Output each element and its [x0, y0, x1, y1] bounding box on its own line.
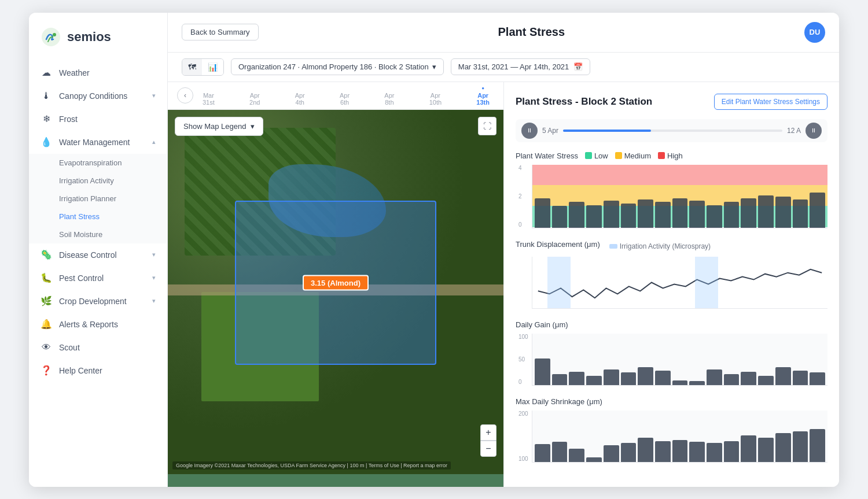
edit-plant-stress-settings-button[interactable]: Edit Plant Water Stress Settings	[714, 94, 827, 110]
sidebar-item-disease[interactable]: 🦠 Disease Control ▾	[29, 243, 167, 267]
max-shrinkage-bar	[810, 429, 825, 462]
weather-icon: ☁	[41, 67, 52, 79]
y-label-50: 50	[518, 356, 528, 363]
timeline-date-0[interactable]: Mar31st	[203, 92, 215, 106]
daily-gain-bar	[621, 372, 637, 385]
plant-water-stress-label: Plant Water Stress	[516, 151, 578, 160]
plant-stress-bar	[810, 193, 825, 227]
daily-gain-bar	[638, 367, 653, 385]
daily-gain-bar	[775, 367, 791, 385]
legend-medium-dot	[615, 152, 622, 159]
sidebar-item-alerts[interactable]: 🔔 Alerts & Reports	[29, 313, 167, 336]
back-to-summary-button[interactable]: Back to Summary	[182, 24, 259, 40]
sidebar-item-label: Canopy Conditions	[59, 91, 127, 101]
map-container[interactable]: 3.15 (Almond) Show Map Legend ▾ ⛶ + −	[168, 110, 503, 474]
playback-progress	[563, 130, 651, 132]
plant-stress-bar	[775, 197, 791, 228]
max-shrinkage-bar	[535, 444, 550, 461]
map-area: ‹ Mar31st Apr2nd Apr4th Apr6th Apr8th Ap…	[168, 82, 503, 487]
subnav-evapotranspiration[interactable]: Evapotranspiration	[29, 154, 167, 172]
legend-medium-label: Medium	[624, 151, 651, 160]
timeline-date-5[interactable]: Apr10th	[429, 92, 442, 106]
max-shrinkage-bar	[552, 442, 568, 461]
sidebar: semios ☁ Weather 🌡 Canopy Conditions ▾ ❄…	[29, 13, 168, 487]
show-map-legend-button[interactable]: Show Map Legend ▾	[175, 117, 263, 136]
plant-stress-bar	[638, 199, 653, 227]
timeline-nav-back[interactable]: ‹	[177, 87, 193, 104]
daily-gain-bar	[810, 372, 825, 385]
max-shrinkage-bar	[741, 435, 756, 461]
chevron-down-icon: ▾	[251, 122, 255, 131]
date-range-picker[interactable]: Mar 31st, 2021 — Apr 14th, 2021 📅	[451, 58, 591, 75]
max-shrinkage-bar	[638, 438, 653, 462]
sidebar-item-weather[interactable]: ☁ Weather	[29, 61, 167, 84]
daily-gain-bar	[793, 371, 808, 385]
sidebar-item-pest[interactable]: 🐛 Pest Control ▾	[29, 267, 167, 290]
map-zoom-controls: + −	[480, 424, 496, 457]
daily-gain-bars-container	[532, 334, 827, 385]
sidebar-item-scout[interactable]: 👁 Scout	[29, 336, 167, 359]
legend-medium: Medium	[615, 151, 651, 160]
timeline-date-1[interactable]: Apr2nd	[249, 92, 260, 106]
sidebar-item-frost[interactable]: ❄ Frost	[29, 108, 167, 131]
plant-stress-bar	[672, 198, 688, 228]
max-shrinkage-bar	[604, 445, 619, 461]
irrigation-legend-label: Irrigation Activity (Microspray)	[620, 242, 711, 250]
timeline-date-6[interactable]: Apr13th	[476, 86, 490, 106]
timeline-date-4[interactable]: Apr8th	[384, 92, 394, 106]
subnav-soil-moisture[interactable]: Soil Moisture	[29, 226, 167, 243]
trunk-displacement-line-chart: 4000 3750 3500	[532, 257, 827, 309]
plant-stress-bar	[707, 205, 722, 228]
timeline-date-3[interactable]: Apr6th	[340, 92, 350, 106]
timeline-date-2[interactable]: Apr4th	[295, 92, 305, 106]
svg-point-1	[53, 33, 56, 36]
irrigation-highlight-1	[547, 257, 571, 308]
plant-stress-bar	[758, 195, 774, 228]
sidebar-item-label: Help Center	[59, 366, 102, 375]
sidebar-item-label: Crop Development	[59, 297, 127, 306]
map-fullscreen-button[interactable]: ⛶	[478, 117, 496, 135]
map-zoom-in-button[interactable]: +	[480, 424, 496, 441]
y-label-2: 2	[518, 193, 522, 199]
chevron-down-icon: ▾	[152, 92, 156, 99]
pause-button[interactable]: ⏸	[806, 123, 822, 139]
body-split: ‹ Mar31st Apr2nd Apr4th Apr6th Apr8th Ap…	[168, 82, 839, 487]
user-avatar[interactable]: DU	[804, 22, 825, 43]
sidebar-item-water[interactable]: 💧 Water Management ▴	[29, 131, 167, 154]
chart-view-button[interactable]: 📊	[202, 59, 223, 75]
play-button[interactable]: ⏸	[521, 123, 538, 139]
chart-panel: Plant Stress - Block 2 Station Edit Plan…	[503, 82, 839, 487]
y-label-200: 200	[518, 411, 528, 417]
calendar-icon: 📅	[573, 62, 583, 71]
chart-panel-header: Plant Stress - Block 2 Station Edit Plan…	[516, 94, 827, 110]
thermometer-icon: 🌡	[41, 90, 52, 102]
daily-gain-y-labels: 100 50 0	[518, 334, 528, 385]
legend-high-dot	[658, 152, 665, 159]
plant-stress-bar	[655, 202, 671, 227]
sidebar-item-crop[interactable]: 🌿 Crop Development ▾	[29, 290, 167, 313]
water-subnav: Evapotranspiration Irrigation Activity I…	[29, 154, 167, 243]
max-shrinkage-bar	[586, 457, 602, 462]
toolbar: 🗺 📊 Organization 247 · Almond Property 1…	[168, 53, 839, 82]
trunk-displacement-section: Trunk Displacement (μm) Irrigation Activ…	[516, 240, 827, 309]
daily-gain-bar	[586, 376, 602, 385]
legend-low-dot	[585, 152, 592, 159]
field-label: 3.15 (Almond)	[303, 275, 369, 290]
map-zoom-out-button[interactable]: −	[480, 441, 496, 457]
trunk-displacement-legend: Trunk Displacement (μm) Irrigation Activ…	[516, 240, 827, 253]
map-view-button[interactable]: 🗺	[182, 59, 202, 75]
sidebar-item-help[interactable]: ❓ Help Center	[29, 359, 167, 382]
irrigation-highlight-2	[695, 257, 719, 308]
subnav-plant-stress[interactable]: Plant Stress	[29, 208, 167, 226]
sidebar-item-canopy[interactable]: 🌡 Canopy Conditions ▾	[29, 84, 167, 108]
sidebar-item-label: Water Management	[59, 138, 130, 147]
playback-track[interactable]	[563, 130, 782, 132]
trunk-displacement-label: Trunk Displacement (μm)	[516, 240, 600, 249]
subnav-irrigation-planner[interactable]: Irrigation Planner	[29, 190, 167, 208]
daily-gain-bar	[724, 374, 740, 385]
daily-gain-bar	[604, 369, 619, 385]
subnav-irrigation-activity[interactable]: Irrigation Activity	[29, 172, 167, 190]
playback-bar: ⏸ 5 Apr 12 A ⏸	[516, 119, 827, 142]
org-selector-text: Organization 247 · Almond Property 186 ·…	[238, 62, 429, 71]
org-selector[interactable]: Organization 247 · Almond Property 186 ·…	[231, 58, 444, 75]
